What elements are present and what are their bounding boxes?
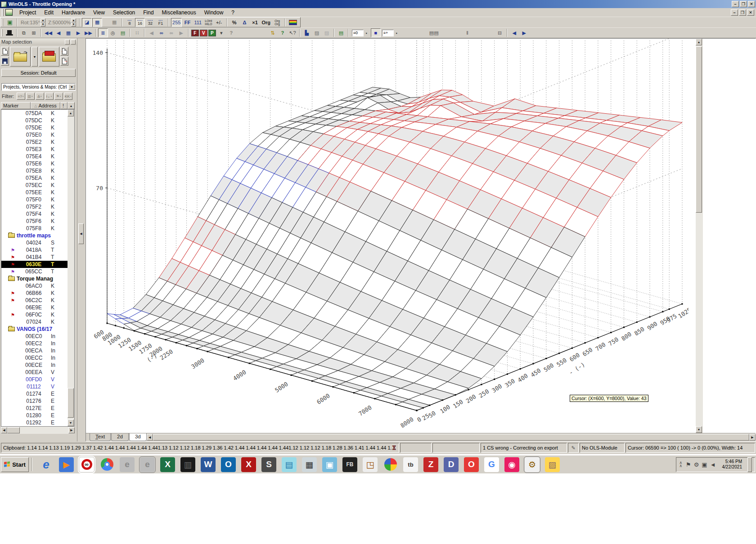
connect-button[interactable]: ∷: [132, 28, 142, 37]
search-next-button[interactable]: ▶: [176, 28, 186, 37]
fill-color-button[interactable]: ■: [371, 28, 381, 37]
search-maps-button[interactable]: ∞: [157, 28, 166, 37]
rotation-control[interactable]: Rot:135° ▲▼: [21, 18, 45, 27]
scroll-right-icon[interactable]: ▶: [68, 427, 75, 433]
open-project-dropdown[interactable]: ▼: [32, 47, 38, 67]
sort-button[interactable]: ▲: [68, 102, 75, 109]
tile-vertical-button[interactable]: ‖: [463, 28, 472, 37]
map-row[interactable]: 075E0K: [1, 131, 68, 138]
combo-dropdown-icon[interactable]: ▼: [68, 84, 75, 90]
width-16bit-button[interactable]: ••••16: [135, 18, 145, 27]
map-list-vscrollbar[interactable]: ▲ ▼: [68, 109, 75, 427]
eprom-chip-icon[interactable]: ▥: [180, 457, 195, 472]
map-scroll-up-icon[interactable]: ▲: [696, 39, 702, 45]
tb-app-icon[interactable]: tb: [403, 457, 418, 472]
discord-icon[interactable]: D: [444, 457, 459, 472]
s-app-icon[interactable]: S: [261, 457, 276, 472]
map-row[interactable]: 075E6K: [1, 160, 68, 167]
arrange-spin-button[interactable]: ⊟: [495, 28, 505, 37]
scroll-up-icon[interactable]: ▲: [68, 110, 74, 116]
file-manager-icon[interactable]: ▤: [282, 457, 297, 472]
map-row[interactable]: 075DAK: [1, 110, 68, 117]
toolbar-grip-2[interactable]: [1, 29, 3, 36]
wrench-tool-icon[interactable]: ⚙: [525, 457, 540, 472]
menu-edit[interactable]: Edit: [40, 9, 58, 17]
map-row[interactable]: ⚑041B4T: [1, 254, 68, 261]
help-button[interactable]: ?: [226, 28, 236, 37]
hex-editor-icon[interactable]: X: [241, 457, 256, 472]
offset-spinner[interactable]: ≡0▾: [352, 30, 369, 36]
menu-find[interactable]: Find: [139, 9, 158, 17]
maps-filter-combo[interactable]: Projects, Versions & Maps: (Ctrl ▼: [1, 83, 76, 91]
map-wizard-2-button[interactable]: ▨: [322, 28, 332, 37]
export-page-button[interactable]: →: [60, 57, 68, 66]
export-scroll-button[interactable]: ▤: [118, 28, 128, 37]
view-3d-surface-button[interactable]: ◪: [82, 18, 92, 27]
show-desktop-button[interactable]: [747, 457, 752, 472]
map-wizard-button[interactable]: ▨: [312, 28, 322, 37]
width-float-button[interactable]: •••F1: [156, 18, 166, 27]
filter-button-5[interactable]: KK▾: [64, 93, 72, 100]
menu-window[interactable]: Window: [200, 9, 228, 17]
open-project-button[interactable]: ↷: [10, 47, 31, 67]
map-list-hscrollbar[interactable]: ◀ ▶: [1, 427, 75, 434]
map-row[interactable]: 075F4K: [1, 210, 68, 218]
tray-chevron-icon[interactable]: ∧∧: [679, 461, 682, 468]
map-row[interactable]: 06E9EK: [1, 304, 68, 311]
filter-button-3[interactable]: i⌄▾: [45, 93, 54, 100]
original-button[interactable]: Org: [261, 18, 272, 27]
map-vscrollbar[interactable]: ▲ ▼: [696, 39, 703, 433]
nav-next-button[interactable]: ▶: [73, 28, 83, 37]
column-header-address[interactable]: △Address: [31, 102, 60, 109]
binary-view-button[interactable]: 111: [193, 18, 203, 27]
map-row[interactable]: 075DEK: [1, 124, 68, 131]
decimal-view-button[interactable]: 255: [171, 18, 182, 27]
surface-mesh[interactable]: 6008001000125015001750200022503000400050…: [86, 39, 688, 433]
google-icon[interactable]: G: [484, 457, 499, 472]
factor-button[interactable]: ×1: [250, 18, 260, 27]
hscroll-thumb[interactable]: [7, 427, 20, 433]
cad-3d-icon[interactable]: ◳: [363, 457, 378, 472]
menu-selection[interactable]: Selection: [109, 9, 139, 17]
tab-text[interactable]: Text: [90, 433, 111, 441]
view-3d-wireframe-button[interactable]: ▦: [92, 18, 102, 27]
export-map-button[interactable]: ▤: [336, 28, 346, 37]
map-scroll-down-icon[interactable]: ▼: [696, 426, 702, 433]
map-grid-button[interactable]: ▦: [63, 28, 73, 37]
chrome-icon[interactable]: [99, 457, 114, 472]
filter-button-0[interactable]: =?▾: [17, 93, 25, 100]
tray-network-icon[interactable]: ▣: [702, 461, 707, 468]
map-folder-row[interactable]: VANOS (16/17: [1, 326, 68, 333]
map-row[interactable]: ⚑06F0CK: [1, 311, 68, 318]
map-row[interactable]: ⚑06C2CK: [1, 297, 68, 304]
column-header-marker[interactable]: Marker: [1, 102, 31, 109]
panel-float-button[interactable]: [65, 40, 70, 45]
map-row[interactable]: 00ECAIn: [1, 347, 68, 354]
save-project-button[interactable]: [1, 57, 9, 66]
map-row[interactable]: 075F8K: [1, 225, 68, 232]
tab-2d[interactable]: 2d: [111, 433, 129, 441]
window-prev-button[interactable]: ◀: [509, 28, 519, 37]
tray-volume-icon[interactable]: ◄: [710, 461, 716, 468]
map-row[interactable]: 0127EE: [1, 405, 68, 412]
map-row[interactable]: 00EEAV: [1, 369, 68, 376]
menu-project[interactable]: Project: [15, 9, 40, 17]
tab-scroll-right-icon[interactable]: ▶: [749, 434, 756, 441]
wizard-hat-icon[interactable]: [4, 28, 14, 37]
rotation-up-button[interactable]: ▲: [40, 18, 45, 22]
folder-explorer-icon[interactable]: ▨: [545, 457, 560, 472]
map-row[interactable]: 00EC0In: [1, 333, 68, 340]
new-window-button[interactable]: ⧉: [19, 28, 29, 37]
color-scale-icon[interactable]: [288, 18, 298, 27]
map-row[interactable]: 00FD0V: [1, 376, 68, 383]
mdi-close-button[interactable]: ✕: [747, 9, 754, 16]
office-suite-icon[interactable]: ▣: [322, 457, 337, 472]
percent-button[interactable]: %: [230, 18, 239, 27]
map-scroll-thumb[interactable]: [696, 46, 702, 213]
map-row[interactable]: 075EAK: [1, 174, 68, 182]
mdi-document-icon[interactable]: [5, 9, 13, 16]
nav-first-button[interactable]: ◀◀: [43, 28, 54, 37]
fb-chip-icon[interactable]: FB: [342, 457, 357, 472]
tab-3d[interactable]: 3d: [129, 433, 147, 441]
map-row[interactable]: 075DCK: [1, 117, 68, 124]
